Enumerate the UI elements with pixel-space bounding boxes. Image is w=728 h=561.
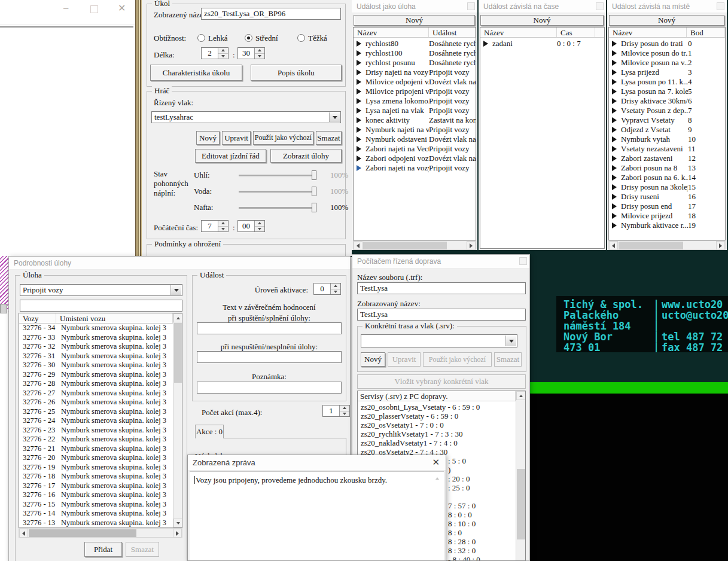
event-place-row[interactable]: Lysa posun po 11. k... 4 [609,77,725,87]
car-row[interactable]: 32776 - 30 Nymburk smerova skupina. kole… [19,361,173,370]
car-row[interactable]: 32776 - 18 Nymburk smerova skupina. kole… [19,472,173,481]
route-delete-button[interactable]: Smazat [494,352,522,367]
scroll-left-button[interactable] [354,241,363,250]
event-place-row[interactable]: Drisy aktivace 30km/h 6 [609,96,725,106]
event-place-row[interactable]: Zabori posun na 6. k... 14 [609,173,725,182]
event-place-row[interactable]: Vsetaty Posun z dep... 7 [609,106,725,115]
stepper-down-icon[interactable] [255,226,264,232]
scroll-up-button[interactable] [173,313,182,322]
scroll-up-hint-icon[interactable] [435,477,439,480]
event-task-row[interactable]: Milovice odpojeni v... Dovézt vlak na [354,77,476,87]
fuel-slider-track[interactable] [239,191,316,193]
event-task-row[interactable]: konec aktivity Zastavit na kon [354,115,476,125]
scrollbar-thumb[interactable] [517,469,525,539]
event-place-row[interactable]: Lysa posun na 7. kolej 5 [609,87,725,96]
scroll-left-button[interactable] [19,529,28,538]
car-row[interactable]: 32776 - 26 Nymburk smerova skupina. kole… [19,398,173,407]
stepper-up-icon[interactable] [331,283,340,289]
service-row[interactable]: zs20_rychlikVsetaty1 - 7 : 3 : 30 [358,429,516,438]
scroll-right-button[interactable] [173,529,182,538]
car-row[interactable]: 32776 - 16 Nymburk smerova skupina. kole… [19,490,173,500]
event-task-row[interactable]: Zabori najeti na vozy Pripojit vozy [354,163,476,173]
fuel-slider-thumb[interactable] [312,170,316,180]
car-row[interactable]: 32776 - 21 Nymburk smerova skupina. kole… [19,444,173,454]
chevron-down-icon[interactable] [170,285,181,295]
add-button[interactable]: Přidat [84,542,122,557]
note-input[interactable] [197,382,342,394]
player-new-button[interactable]: Nový [196,131,220,145]
horizontal-scrollbar[interactable] [608,240,726,250]
car-row[interactable]: 32776 - 29 Nymburk smerova skupina. kole… [19,370,173,380]
column-header-name[interactable]: Název [354,28,429,37]
scroll-left-button[interactable] [609,241,618,250]
start-hours-stepper[interactable]: 7 [201,220,229,232]
car-row[interactable]: 32776 - 14 Nymburk smerova skupina. kole… [19,509,173,519]
player-use-default-button[interactable]: Použít jako výchozí [253,131,313,145]
event-task-row[interactable]: rychlost100 Dosáhnete rychl [354,48,476,58]
scrollbar-thumb[interactable] [29,529,136,537]
display-name-input[interactable]: TestLysa [357,309,526,321]
event-task-row[interactable]: rychlost posunu Dosáhnete rychl [354,58,476,68]
scroll-right-button[interactable] [467,241,476,250]
column-header-time[interactable]: Cas [557,28,595,37]
scrollbar-thumb[interactable] [174,323,182,383]
event-place-row[interactable]: Drisy posun end 17 [609,202,725,211]
event-place-row[interactable]: Milovice prijezd 18 [609,211,725,221]
event-task-row[interactable]: Lysa najeti na vlak Pripojit vozy [354,106,476,115]
player-edit-button[interactable]: Upravit [222,131,251,145]
list-header[interactable]: Název Cas [480,28,604,38]
start-minutes-stepper[interactable]: 00 [237,220,265,232]
task-filter-input[interactable] [20,300,182,312]
length-hours-stepper[interactable]: 2 [201,47,229,59]
car-row[interactable]: 32776 - 28 Nymburk smerova skupina. kole… [19,379,173,389]
maximize-button[interactable] [90,5,98,13]
horizontal-scrollbar[interactable] [19,528,182,538]
on-success-text-input[interactable] [197,322,342,334]
event-task-row[interactable]: Nymburk odstaveni Dovézt vlak na [354,135,476,144]
scroll-right-button[interactable] [716,241,725,250]
list-header[interactable]: Vozy Umisteni vozu [19,313,173,324]
column-header-point[interactable]: Bod [687,28,725,37]
list-header[interactable]: Název Událost [354,28,476,38]
event-place-row[interactable]: Zabori posun na 8 13 [609,163,725,173]
event-task-row[interactable]: rychlost80 Dosáhnete rychl [354,39,476,48]
column-header-event[interactable]: Událost [429,28,476,37]
difficulty-radio-hard[interactable] [297,34,305,42]
close-button[interactable]: ✕ [118,2,126,14]
chevron-down-icon[interactable] [505,336,516,346]
event-place-row[interactable]: Lysa prijezd 3 [609,68,725,77]
event-task-row[interactable]: Milovice pripojeni v... Pripojit vozy [354,87,476,96]
route-new-button[interactable]: Nový [361,352,385,367]
column-header-empty[interactable] [595,28,604,37]
event-place-row[interactable]: Drisy posun do trati 0 [609,39,725,48]
column-header-name[interactable]: Název [609,28,687,37]
event-place-new-button[interactable]: Nový [609,15,724,26]
event-place-row[interactable]: Vsetaty nezastaveni 11 [609,144,725,154]
event-task-row[interactable]: Zabori odpojeni vozu Dovézt vlak na [354,154,476,163]
service-row[interactable]: zs20_osobni_Lysa_Vsetaty - 6 : 59 : 0 [358,403,516,411]
event-place-row[interactable]: Vypravci Vsetaty 8 [609,115,725,125]
stepper-down-icon[interactable] [331,289,340,295]
stepper-up-icon[interactable] [218,48,228,53]
event-time-row[interactable]: zadani 0 : 0 : 7 [480,39,604,48]
car-row[interactable]: 32776 - 27 Nymburk smerova skupina. kole… [19,389,173,398]
action-count-stepper[interactable]: 1 [322,405,350,417]
fuel-slider-thumb[interactable] [312,187,316,196]
route-edit-button[interactable]: Upravit [388,352,421,367]
stepper-down-icon[interactable] [255,53,264,59]
close-icon[interactable]: ✕ [432,457,440,468]
stepper-down-icon[interactable] [218,226,228,232]
event-task-row[interactable]: Drisy najeti na vozy Pripojit vozy [354,68,476,77]
activation-level-stepper[interactable]: 0 [313,283,341,295]
stepper-up-icon[interactable] [340,405,349,411]
stepper-up-icon[interactable] [218,221,228,226]
vertical-scrollbar[interactable] [173,313,182,528]
car-row[interactable]: 32776 - 23 Nymburk smerova skupina. kole… [19,426,173,435]
column-header-services[interactable]: Servisy (.srv) z PC dopravy. [358,391,516,401]
list-header[interactable]: Servisy (.srv) z PC dopravy. [358,391,516,401]
event-task-row[interactable]: Nymburk najeti na v... Pripojit vozy [354,125,476,135]
car-row[interactable]: 32776 - 34 Nymburk smerova skupina. kole… [19,324,173,333]
scrollbar-thumb[interactable] [619,242,683,249]
event-place-row[interactable]: Milovice posun na v... 2 [609,58,725,68]
car-row[interactable]: 32776 - 19 Nymburk smerova skupina. kole… [19,463,173,472]
